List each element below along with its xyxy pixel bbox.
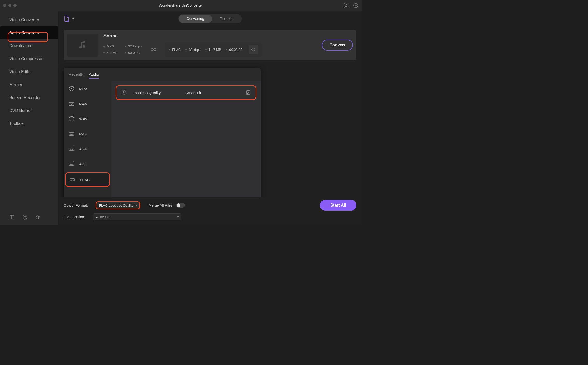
quality-label: Lossless Quality <box>132 90 179 95</box>
app-title: Wondershare UniConverter <box>159 3 203 8</box>
sidebar-item-video-converter[interactable]: Video Converter <box>0 13 58 26</box>
svg-rect-5 <box>10 215 12 219</box>
help-icon[interactable]: ? <box>22 215 27 220</box>
output-duration: 00:02:02 <box>226 48 242 52</box>
maximize-window-button[interactable] <box>13 4 17 7</box>
chevron-down-icon <box>72 17 74 20</box>
file-location-label: File Location: <box>64 215 89 219</box>
close-window-button[interactable] <box>3 4 6 7</box>
svg-text:FLAC: FLAC <box>70 179 74 181</box>
svg-point-13 <box>71 88 72 89</box>
input-size: 4.9 MB <box>103 51 117 55</box>
segment-control: Converting Finished <box>178 14 242 23</box>
format-item-aiff[interactable]: AIFF AIFF <box>64 141 111 156</box>
sidebar-item-screen-recorder[interactable]: Screen Recorder <box>0 91 58 104</box>
quality-area: Lossless Quality Smart Fit <box>111 81 261 198</box>
file-title: Sonne <box>103 33 317 39</box>
file-item: Sonne MP3 4.9 MB 320 kbps 00:02:02 FLAC … <box>64 30 356 60</box>
titlebar: Wondershare UniConverter <box>0 0 362 11</box>
output-size: 14.7 MB <box>205 48 221 52</box>
format-item-m4a[interactable]: M4A <box>64 96 111 111</box>
gear-icon <box>251 47 255 52</box>
svg-text:APE: APE <box>70 164 73 165</box>
svg-text:M4R: M4R <box>70 134 73 135</box>
sidebar-item-audio-converter[interactable]: Audio Converter <box>0 26 58 39</box>
sidebar-item-downloader[interactable]: Downloader <box>0 39 58 52</box>
svg-point-11 <box>253 49 254 50</box>
tab-converting[interactable]: Converting <box>179 15 212 23</box>
input-format: MP3 <box>103 44 117 48</box>
svg-rect-3 <box>355 5 357 5</box>
format-label: M4A <box>79 102 87 106</box>
sidebar-item-dvd-burner[interactable]: DVD Burner <box>0 104 58 117</box>
merge-all-label: Merge All Files <box>149 203 172 207</box>
format-panel: Recently Audio MP3 M4A WAV <box>64 68 261 213</box>
output-format-label: Output Format: <box>64 203 92 207</box>
convert-button[interactable]: Convert <box>322 40 353 51</box>
output-format-dropdown[interactable]: FLAC-Lossless Quality <box>96 201 140 209</box>
flac-badge-icon: FLAC <box>69 177 75 182</box>
panel-tab-audio[interactable]: Audio <box>89 72 99 79</box>
format-label: AIFF <box>79 147 88 151</box>
format-item-wav[interactable]: WAV <box>64 111 111 126</box>
start-all-button[interactable]: Start All <box>320 200 356 211</box>
output-format: FLAC <box>169 48 181 52</box>
sidebar-item-toolbox[interactable]: Toolbox <box>0 117 58 130</box>
svg-point-15 <box>71 103 72 105</box>
format-label: APE <box>79 162 87 166</box>
input-bitrate: 320 kbps <box>125 44 142 48</box>
format-item-flac[interactable]: FLAC FLAC <box>65 172 110 187</box>
svg-point-9 <box>36 216 38 217</box>
svg-point-10 <box>38 216 40 218</box>
quality-fit: Smart Fit <box>185 90 201 95</box>
svg-point-0 <box>346 4 347 5</box>
community-icon[interactable] <box>35 215 40 220</box>
output-settings-button[interactable] <box>249 45 258 54</box>
format-item-m4r[interactable]: M4R M4R <box>64 126 111 141</box>
svg-rect-14 <box>69 102 74 106</box>
add-file-button[interactable] <box>64 15 74 22</box>
edit-icon[interactable] <box>246 90 250 95</box>
menu-icon[interactable] <box>353 3 359 8</box>
music-note-icon <box>78 40 88 50</box>
sidebar: Video Converter Audio Converter Download… <box>0 11 58 225</box>
merge-toggle[interactable] <box>176 203 185 208</box>
account-icon[interactable] <box>344 3 349 8</box>
quality-disc-icon <box>122 90 126 95</box>
file-location-dropdown[interactable]: Converted <box>93 213 181 220</box>
camera-icon <box>69 101 74 107</box>
shuffle-icon <box>151 47 156 52</box>
ape-badge-icon: APE <box>69 161 74 167</box>
aiff-badge-icon: AIFF <box>69 146 74 152</box>
quality-preset-row[interactable]: Lossless Quality Smart Fit <box>116 85 256 100</box>
tab-finished[interactable]: Finished <box>212 15 241 23</box>
output-meta-box: FLAC 32 kbps 14.7 MB 00:02:02 <box>165 42 262 57</box>
file-thumbnail[interactable] <box>67 34 98 57</box>
format-label: FLAC <box>80 178 90 182</box>
minimize-window-button[interactable] <box>8 4 11 7</box>
panel-tab-recently[interactable]: Recently <box>69 72 84 79</box>
m4r-badge-icon: M4R <box>69 131 74 137</box>
add-file-icon <box>64 15 70 22</box>
sidebar-item-merger[interactable]: Merger <box>0 78 58 91</box>
sidebar-item-video-editor[interactable]: Video Editor <box>0 65 58 78</box>
svg-text:?: ? <box>24 216 26 219</box>
main-area: Converting Finished Sonne MP3 4.9 MB 320… <box>58 11 362 225</box>
format-item-mp3[interactable]: MP3 <box>64 81 111 96</box>
input-duration: 00:02:02 <box>125 51 142 55</box>
book-icon[interactable] <box>9 215 15 220</box>
disc-icon <box>69 86 74 92</box>
disc-icon <box>69 116 74 122</box>
output-bitrate: 32 kbps <box>185 48 201 52</box>
svg-text:AIFF: AIFF <box>70 149 73 150</box>
svg-rect-6 <box>12 215 14 219</box>
format-label: MP3 <box>79 87 87 91</box>
sidebar-item-video-compressor[interactable]: Video Compressor <box>0 52 58 65</box>
format-label: WAV <box>79 117 88 121</box>
format-list: MP3 M4A WAV M4R M4R AIFF <box>64 81 111 198</box>
svg-rect-4 <box>355 6 357 6</box>
svg-rect-2 <box>355 5 357 5</box>
bottom-bar: Output Format: FLAC-Lossless Quality Mer… <box>58 197 362 225</box>
format-label: M4R <box>79 132 87 136</box>
format-item-ape[interactable]: APE APE <box>64 156 111 171</box>
